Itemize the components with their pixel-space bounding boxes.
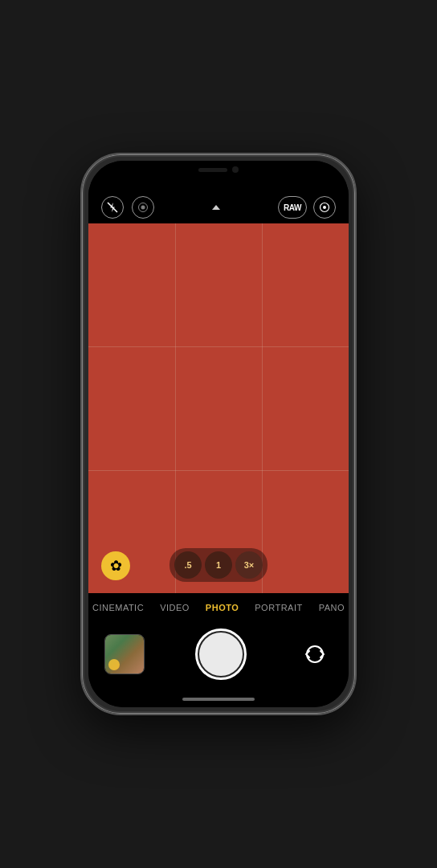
chevron-up-icon — [212, 205, 220, 210]
zoom-controls: .5 1 3× — [169, 548, 268, 582]
live-photo-icon — [137, 202, 149, 213]
grid-horizontal-1 — [88, 346, 349, 347]
notch — [182, 161, 255, 178]
flip-camera-button[interactable] — [297, 637, 333, 672]
camera-bottom — [88, 620, 349, 691]
live-circle-icon — [319, 202, 330, 213]
zoom-1-label: 1 — [216, 560, 221, 570]
zoom-05-label: .5 — [184, 560, 191, 570]
viewfinder[interactable]: ✿ .5 1 3× — [88, 223, 349, 593]
phone-screen: RAW ✿ — [88, 161, 349, 707]
svg-point-4 — [323, 206, 326, 209]
left-controls — [101, 196, 154, 219]
grid-vertical-1 — [175, 223, 176, 593]
grid-horizontal-2 — [88, 470, 349, 471]
last-photo-thumbnail[interactable] — [104, 634, 145, 674]
mode-cinematic[interactable]: CINEMATIC — [88, 600, 152, 616]
raw-label: RAW — [284, 203, 301, 212]
flash-icon — [107, 202, 118, 213]
mode-video[interactable]: VIDEO — [152, 600, 198, 616]
phone-frame: RAW ✿ — [80, 153, 357, 715]
mode-photo[interactable]: PHOTO — [198, 600, 247, 616]
expand-button[interactable] — [205, 196, 227, 219]
macro-button[interactable]: ✿ — [101, 551, 130, 580]
flip-camera-icon — [303, 642, 327, 666]
zoom-1-button[interactable]: 1 — [205, 551, 232, 579]
shutter-inner — [199, 633, 243, 676]
right-controls: RAW — [278, 196, 336, 219]
mode-selector: CINEMATIC VIDEO PHOTO PORTRAIT PANO — [88, 593, 349, 620]
home-indicator — [88, 691, 349, 707]
zoom-05-button[interactable]: .5 — [174, 551, 202, 579]
zoom-3x-label: 3× — [244, 560, 255, 570]
home-bar — [182, 698, 255, 701]
mode-pano[interactable]: PANO — [311, 600, 349, 616]
speaker — [198, 168, 227, 172]
live-photo-button[interactable] — [132, 196, 154, 219]
front-camera — [232, 166, 239, 173]
top-bar — [88, 161, 349, 191]
svg-point-1 — [141, 206, 145, 210]
mode-portrait[interactable]: PORTRAIT — [247, 600, 310, 616]
grid-lines — [88, 223, 349, 593]
raw-button[interactable]: RAW — [278, 196, 307, 219]
live-circle-button[interactable] — [313, 196, 336, 219]
shutter-button[interactable] — [195, 628, 247, 680]
flash-button[interactable] — [101, 196, 124, 219]
camera-controls-top: RAW — [88, 191, 349, 223]
grid-vertical-2 — [262, 223, 263, 593]
thumbnail-image — [105, 635, 144, 674]
zoom-3x-button[interactable]: 3× — [235, 551, 263, 579]
macro-icon: ✿ — [110, 557, 122, 575]
